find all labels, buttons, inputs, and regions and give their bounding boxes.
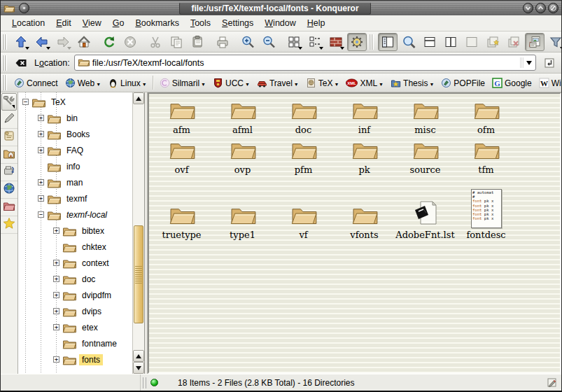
- filter-button[interactable]: [546, 33, 562, 51]
- menu-settings[interactable]: Settings: [216, 17, 259, 29]
- up-button[interactable]: [11, 33, 31, 51]
- bookmark-tex[interactable]: TeX▼: [302, 76, 343, 90]
- zoom-out-button[interactable]: [259, 33, 279, 51]
- menu-bookmarks[interactable]: Bookmarks: [129, 17, 185, 29]
- expand-icon[interactable]: +: [53, 227, 59, 234]
- tree-item-info[interactable]: info: [18, 158, 132, 174]
- bricks-view-button[interactable]: [326, 33, 346, 51]
- file-truetype[interactable]: truetype: [151, 176, 212, 240]
- tree-item-doc[interactable]: + doc: [18, 271, 132, 287]
- file-afm[interactable]: afm: [151, 99, 212, 139]
- detail-view-button[interactable]: [305, 33, 325, 51]
- expand-icon[interactable]: +: [53, 324, 59, 330]
- scrollbar-thumb[interactable]: [134, 225, 143, 323]
- file-tfm[interactable]: tfm: [456, 139, 517, 176]
- embedded-viewer-button[interactable]: [347, 33, 367, 51]
- maximize-button[interactable]: [535, 3, 546, 13]
- preview-button[interactable]: [525, 33, 545, 51]
- expand-icon[interactable]: +: [53, 276, 59, 282]
- file-afml[interactable]: afml: [212, 99, 273, 139]
- bookmark-travel[interactable]: Travel▼: [253, 76, 302, 90]
- scroll-up-button[interactable]: [133, 92, 144, 104]
- statusbar-grip[interactable]: [143, 377, 146, 388]
- tree-item-context[interactable]: + context: [18, 255, 132, 271]
- file-ofm[interactable]: ofm: [456, 99, 517, 139]
- home-button[interactable]: [74, 33, 94, 51]
- expand-icon[interactable]: +: [38, 131, 44, 137]
- bookmarks-button[interactable]: [1, 216, 17, 234]
- split-view-left-right-button[interactable]: [441, 33, 461, 51]
- file-pk[interactable]: pk: [334, 139, 395, 176]
- expand-icon[interactable]: +: [38, 147, 44, 153]
- expand-icon[interactable]: +: [38, 179, 44, 186]
- expand-icon[interactable]: +: [53, 292, 59, 298]
- file-adobefnt.lst[interactable]: AdobeFnt.lst: [395, 176, 456, 240]
- services-button[interactable]: [1, 164, 17, 181]
- bookmark-wikipedia[interactable]: WWikipedia: [535, 76, 562, 90]
- minimize-button[interactable]: [523, 3, 533, 13]
- toolbar-handle[interactable]: [2, 34, 7, 50]
- file-vfonts[interactable]: vfonts: [334, 176, 395, 240]
- menu-edit[interactable]: Edit: [50, 17, 77, 29]
- combo-dropdown-icon[interactable]: [526, 61, 532, 65]
- file-pfm[interactable]: pfm: [273, 139, 334, 176]
- tree-scrollbar[interactable]: [132, 92, 144, 374]
- location-combobox[interactable]: [74, 55, 536, 71]
- tree-item-dvips[interactable]: + dvips: [18, 303, 132, 319]
- tree-item-texmf[interactable]: + texmf: [18, 190, 132, 206]
- file-icon-view[interactable]: afm afml doc inf misc ofm ovf ovp pfm pk…: [148, 92, 561, 374]
- bookmark-ucc[interactable]: UCC▼: [209, 76, 253, 90]
- file-type1[interactable]: type1: [212, 176, 273, 240]
- zoom-in-button[interactable]: [238, 33, 258, 51]
- scroll-down-button[interactable]: [133, 362, 144, 374]
- menu-go[interactable]: Go: [107, 17, 130, 29]
- bookmark-xml[interactable]: XMLXML▼: [342, 76, 387, 90]
- tree-item-bibtex[interactable]: + bibtex: [18, 223, 132, 239]
- file-doc[interactable]: doc: [273, 99, 334, 139]
- icon-view-button[interactable]: [284, 33, 304, 51]
- tree-item-tex[interactable]: − TeX: [18, 94, 132, 110]
- collapse-icon[interactable]: −: [38, 211, 44, 218]
- scroll-up-button-bottom[interactable]: [133, 350, 144, 362]
- expand-icon[interactable]: +: [38, 115, 44, 121]
- expand-icon[interactable]: +: [38, 195, 44, 202]
- file-fontdesc[interactable]: # automat#font pk xfont pk xfont pk xfon…: [456, 176, 517, 240]
- back-button[interactable]: [32, 33, 52, 51]
- print-button[interactable]: [213, 33, 232, 51]
- network-button[interactable]: [1, 181, 17, 199]
- tree-item-bin[interactable]: + bin: [18, 110, 132, 126]
- menu-location[interactable]: Location: [6, 17, 50, 29]
- show-navigation-panel-button[interactable]: [378, 33, 398, 51]
- statusbar-edit-icon[interactable]: [547, 377, 557, 388]
- file-vf[interactable]: vf: [273, 176, 334, 240]
- location-toolbar-handle[interactable]: [2, 55, 7, 71]
- bookmark-web[interactable]: Web▼: [62, 76, 104, 90]
- collapse-icon[interactable]: −: [22, 99, 29, 105]
- tree-item-man[interactable]: + man: [18, 174, 132, 190]
- expand-icon[interactable]: +: [53, 308, 59, 314]
- reload-button[interactable]: [99, 33, 119, 51]
- title-bar[interactable]: file:/usr/TeX/texmf-local/fonts - Konque…: [1, 1, 561, 15]
- location-input[interactable]: [90, 58, 520, 68]
- close-button[interactable]: [548, 3, 559, 13]
- tree-item-fonts[interactable]: + fonts: [18, 351, 132, 368]
- history-button[interactable]: [1, 129, 17, 146]
- bookmarks-edit-button[interactable]: [1, 111, 17, 129]
- configure-sidebar-button[interactable]: [1, 93, 17, 111]
- file-ovp[interactable]: ovp: [212, 139, 273, 176]
- tree-item-texmf-local[interactable]: − texmf-local: [18, 206, 132, 223]
- clear-location-button[interactable]: [11, 54, 31, 72]
- file-misc[interactable]: misc: [395, 99, 456, 139]
- menu-window[interactable]: Window: [259, 17, 301, 29]
- menu-view[interactable]: View: [77, 17, 107, 29]
- bookmark-google[interactable]: GGoogle: [489, 76, 535, 90]
- tree-item-etex[interactable]: + etex: [18, 319, 132, 335]
- bookmark-thesis[interactable]: Thesis▼: [387, 76, 437, 90]
- bookmark-connect[interactable]: Connect: [10, 76, 62, 90]
- tree-item-dvipdfm[interactable]: + dvipdfm: [18, 287, 132, 303]
- split-view-top-bottom-button[interactable]: [420, 33, 440, 51]
- expand-icon[interactable]: +: [53, 260, 59, 266]
- find-button[interactable]: [399, 33, 419, 51]
- bookmark-popfile[interactable]: POPFile: [437, 76, 489, 90]
- expand-icon[interactable]: +: [53, 356, 59, 363]
